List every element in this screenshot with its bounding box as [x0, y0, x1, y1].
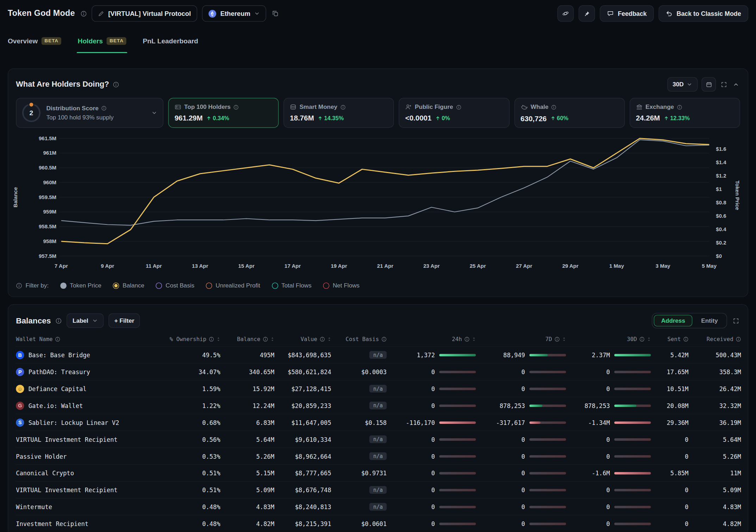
cell-30d: -1.34M: [566, 419, 651, 426]
table-row[interactable]: Passive Holder0.53%5.26M$8,962,664n/a000…: [16, 447, 740, 464]
table-row[interactable]: Wintermute0.48%4.83M$8,240,813n/a00004.8…: [16, 498, 740, 515]
feedback-button[interactable]: Feedback: [600, 5, 654, 22]
table-row[interactable]: GGate.io: Wallet1.22%12.24M$20,859,233n/…: [16, 397, 740, 414]
radio-icon: [156, 282, 162, 289]
trend-bar: [529, 472, 566, 474]
cell-value: $11,647,005: [274, 419, 331, 426]
app-root: Token God Mode [VIRTUAL] Virtual Protoco…: [0, 0, 756, 532]
tab-overview[interactable]: OverviewBETA: [8, 29, 61, 53]
cell-7d: 0: [476, 452, 566, 460]
trend-bar: [614, 404, 651, 407]
table-row[interactable]: BBase: Base Bridge49.5%495M$843,698,635n…: [16, 346, 740, 363]
table-row[interactable]: ☺Defiance Capital1.59%15.92M$27,128,415n…: [16, 380, 740, 397]
filter-net-flows[interactable]: Net Flows: [323, 282, 359, 289]
cell-30d: 2.37M: [566, 351, 651, 359]
pin-button[interactable]: [579, 5, 595, 22]
token-selector[interactable]: [VIRTUAL] Virtual Protocol: [92, 5, 197, 22]
orbit-button[interactable]: [558, 5, 574, 22]
info-icon: [639, 336, 645, 342]
cell-balance: 6.83M: [220, 419, 274, 426]
tab-holders[interactable]: HoldersBETA: [78, 29, 126, 53]
column-header-24h[interactable]: 24h: [387, 336, 476, 342]
add-filter-button[interactable]: + Filter: [109, 314, 140, 328]
column-header-wallet-name[interactable]: Wallet Name: [16, 336, 156, 342]
trend-value: 0: [606, 436, 610, 443]
distribution-score-info: Distribution Score Top 100 hold 93% supp…: [46, 105, 145, 121]
trend-bar-fill: [529, 404, 542, 407]
card-title-row: Smart Money: [290, 104, 388, 110]
trend-bar: [439, 404, 476, 407]
card-title-row: Exchange: [636, 104, 734, 110]
table-row[interactable]: Investment Recipient0.48%4.82M$8,215,391…: [16, 515, 740, 532]
stat-card-smart-money[interactable]: Smart Money18.76M14.35%: [284, 98, 394, 128]
label-dropdown[interactable]: Label: [67, 314, 104, 328]
column-header-sent[interactable]: Sent: [651, 336, 689, 342]
toggle-address[interactable]: Address: [654, 315, 693, 327]
table-row[interactable]: SSablier: Lockup Linear V20.68%6.83M$11,…: [16, 414, 740, 431]
table-row[interactable]: PPathDAO: Treasury34.07%340.65M$580,621,…: [16, 363, 740, 380]
right-axis-tick: $1.4: [716, 159, 726, 165]
column-label: Balance: [237, 336, 260, 342]
filter-unrealized-profit[interactable]: Unrealized Profit: [206, 282, 260, 289]
card-title-row: Distribution Score: [46, 105, 145, 112]
up-arrow-icon: [206, 116, 211, 120]
fullscreen-button[interactable]: [720, 80, 728, 88]
expand-icon: [721, 81, 727, 88]
column-header-30d[interactable]: 30D: [566, 336, 651, 342]
cell-cost-basis: n/a: [331, 402, 386, 410]
date-range-select[interactable]: 30D: [667, 77, 698, 92]
filter-balance[interactable]: Balance: [113, 282, 144, 289]
stat-card-whale[interactable]: Whale630,72660%: [514, 98, 625, 128]
trend-bar: [439, 371, 476, 373]
stat-card-top-100-holders[interactable]: Top 100 Holders961.29M0.34%: [168, 98, 279, 128]
stat-card-public-figure[interactable]: Public Figure<0.00010%: [399, 98, 509, 128]
column-header-7d[interactable]: 7D: [476, 336, 566, 342]
trend-bar: [614, 421, 651, 423]
cell-24h: 1,372: [387, 351, 476, 359]
back-to-classic-button[interactable]: Back to Classic Mode: [659, 5, 748, 22]
copy-address-button[interactable]: [271, 9, 280, 18]
card-value-row: <0.00010%: [405, 114, 503, 122]
trend-bar: [614, 388, 651, 390]
card-value: 24.26M: [636, 114, 660, 122]
filter-token-price[interactable]: Token Price: [60, 282, 101, 289]
trend-bar: [529, 438, 566, 440]
orbit-icon: [562, 10, 569, 17]
column-label: Received: [707, 336, 733, 342]
filter-cost-basis[interactable]: Cost Basis: [156, 282, 194, 289]
column-header-cost-basis[interactable]: Cost Basis: [331, 336, 386, 342]
card-title-row: Public Figure: [405, 104, 503, 110]
column-header-value[interactable]: Value: [274, 336, 331, 342]
table-body: BBase: Base Bridge49.5%495M$843,698,635n…: [16, 346, 740, 532]
cell-cost-basis: $0.9731: [331, 469, 386, 477]
collapse-panel-button[interactable]: [732, 80, 740, 88]
wallet-name-cell: Investment Recipient: [16, 520, 156, 527]
filter-total-flows[interactable]: Total Flows: [272, 282, 311, 289]
card-value-row: 961.29M0.34%: [174, 114, 272, 122]
table-row[interactable]: VIRTUAL Investment Recipient0.56%5.64M$9…: [16, 431, 740, 447]
wallet-icon: P: [16, 368, 24, 376]
card-value: <0.0001: [405, 114, 432, 122]
holders-chart-svg: 961.5M961M960.5M960M959.5M959M958.5M958M…: [16, 131, 741, 276]
stat-card-exchange[interactable]: Exchange24.26M12.33%: [630, 98, 740, 128]
column-header-ownership[interactable]: % Ownership: [156, 336, 220, 342]
cell-ownership: 0.48%: [156, 520, 220, 527]
card-title: Whale: [531, 104, 548, 110]
expand-table-button[interactable]: [732, 316, 740, 324]
trend-bar: [439, 438, 476, 440]
toggle-entity[interactable]: Entity: [694, 315, 725, 327]
left-axis-tick: 958.5M: [39, 223, 56, 229]
trend-value: 1,372: [417, 351, 435, 359]
table-row[interactable]: VIRTUAL Investment Recipient0.51%5.09M$8…: [16, 481, 740, 498]
column-header-received[interactable]: Received: [688, 336, 741, 342]
column-header-balance[interactable]: Balance: [220, 336, 274, 342]
distribution-score-card[interactable]: 2 Distribution Score Top 100 hold 93% su…: [16, 98, 163, 128]
cell-balance: 340.65M: [220, 368, 274, 376]
calendar-button[interactable]: [701, 77, 716, 92]
chain-selector[interactable]: Ethereum: [202, 5, 266, 22]
table-header: Wallet Name% OwnershipBalanceValueCost B…: [16, 332, 740, 346]
table-row[interactable]: Canonical Crypto0.51%5.15M$8,777,665$0.9…: [16, 464, 740, 481]
wallet-name: Defiance Capital: [29, 385, 87, 392]
wallet-icon: ☺: [16, 384, 24, 392]
tab-pnl-leaderboard[interactable]: PnL Leaderboard: [143, 29, 198, 53]
